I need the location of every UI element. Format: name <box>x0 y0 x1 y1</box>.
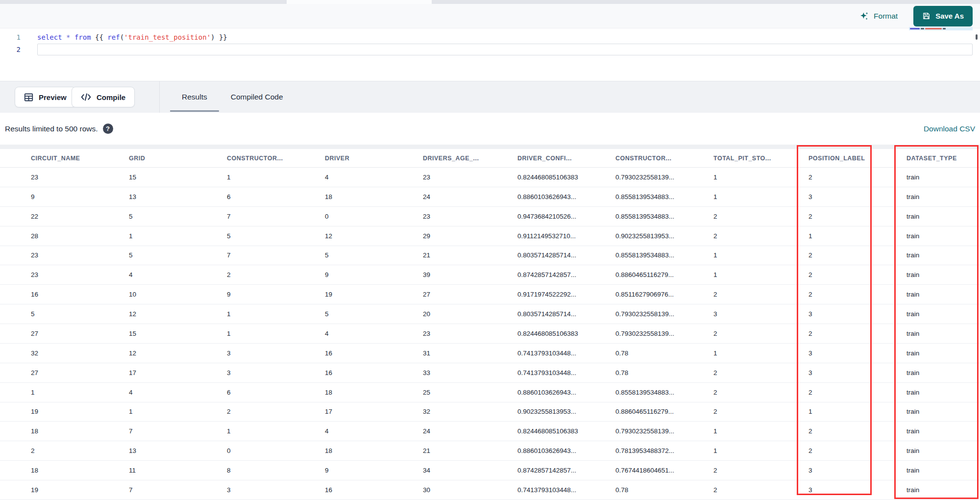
preview-label: Preview <box>39 93 67 101</box>
table-cell: 0.9023255813953... <box>609 232 707 240</box>
table-cell: 7 <box>220 213 318 220</box>
column-header: POSITION_LABEL <box>802 155 900 162</box>
table-cell: train <box>900 369 980 376</box>
table-cell: 2 <box>802 389 900 396</box>
active-file-tab[interactable] <box>287 0 432 4</box>
table-cell: 1 <box>122 232 220 240</box>
table-cell: 9 <box>220 291 318 298</box>
table-cell: 10 <box>122 291 220 298</box>
download-csv-link[interactable]: Download CSV <box>924 125 975 133</box>
table-cell: 12 <box>318 232 416 240</box>
code-line-2[interactable]: 2 <box>0 43 980 55</box>
results-info-bar: Results limited to 500 rows. ? Download … <box>0 113 980 145</box>
minimap-segment <box>921 28 924 29</box>
limit-notice: Results limited to 500 rows. <box>5 125 98 133</box>
table-cell: 0.8558139534883... <box>609 389 707 396</box>
table-cell: train <box>900 447 980 454</box>
table-cell: 1 <box>802 232 900 240</box>
editor-scrollbar[interactable] <box>976 34 978 40</box>
table-cell: 0.8558139534883... <box>609 213 707 220</box>
code-token: {{ <box>91 33 108 41</box>
table-cell: 0.78 <box>609 369 707 376</box>
table-cell: 32 <box>416 408 511 415</box>
table-cell: 1 <box>707 447 802 454</box>
help-icon[interactable]: ? <box>103 124 113 134</box>
code-token: ref <box>107 33 120 41</box>
table-cell: 19 <box>318 291 416 298</box>
table-cell: 5 <box>318 251 416 259</box>
sql-editor[interactable]: 1 select * from {{ ref('train_test_posit… <box>0 28 980 81</box>
table-cell: train <box>900 251 980 259</box>
table-cell: 18 <box>318 193 416 200</box>
table-cell: 5 <box>220 232 318 240</box>
table-cell: 4 <box>318 330 416 337</box>
table-cell: train <box>900 213 980 220</box>
table-row: 1610919270.9171974522292...0.85116279069… <box>0 285 980 304</box>
table-cell: train <box>900 291 980 298</box>
table-cell: 2 <box>24 447 122 454</box>
code-token: }} <box>215 33 227 41</box>
code-token <box>70 33 74 41</box>
table-cell: 3 <box>802 310 900 318</box>
table-cell: 0.8558139534883... <box>609 193 707 200</box>
minimap-line <box>909 27 973 30</box>
table-row: 181189340.8742857142857...0.767441860465… <box>0 461 980 480</box>
table-cell: 4 <box>122 271 220 278</box>
table-cell: 23 <box>24 174 122 181</box>
editor-minimap[interactable] <box>909 27 973 33</box>
table-row: 191217320.9023255813953...0.886046511627… <box>0 402 980 422</box>
table-cell: 6 <box>220 193 318 200</box>
table-cell: 3 <box>802 467 900 474</box>
tab-results[interactable]: Results <box>170 81 219 113</box>
tab-compiled-code[interactable]: Compiled Code <box>219 81 295 113</box>
table-cell: 21 <box>416 447 511 454</box>
table-cell: 13 <box>122 193 220 200</box>
table-cell: train <box>900 486 980 494</box>
code-token <box>62 33 66 41</box>
table-cell: 18 <box>318 389 416 396</box>
table-row: 23429390.8742857142857...0.8860465116279… <box>0 265 980 285</box>
table-cell: train <box>900 330 980 337</box>
format-button[interactable]: Format <box>859 11 898 21</box>
table-cell: train <box>900 350 980 357</box>
table-cell: 13 <box>122 447 220 454</box>
table-cell: 2 <box>802 251 900 259</box>
top-tab-strip <box>0 0 980 4</box>
table-cell: 3 <box>220 350 318 357</box>
table-cell: 1 <box>707 427 802 435</box>
cursor-line-box[interactable] <box>37 44 973 55</box>
line-number-2: 2 <box>0 46 21 53</box>
table-cell: 2 <box>802 213 900 220</box>
table-cell: 0.78 <box>609 350 707 357</box>
table-cell: 5 <box>318 310 416 318</box>
table-cell: 1 <box>707 251 802 259</box>
table-cell: 2 <box>802 174 900 181</box>
table-cell: 23 <box>416 174 511 181</box>
table-row: 231514230.8244680851063830.7930232558139… <box>0 168 980 187</box>
save-as-button[interactable]: Save As <box>913 6 973 26</box>
table-row: 281512290.9112149532710...0.902325581395… <box>0 226 980 246</box>
table-cell: 2 <box>220 408 318 415</box>
active-tab-underline <box>170 110 219 112</box>
table-cell: 30 <box>416 486 511 494</box>
table-cell: 2 <box>707 330 802 337</box>
table-cell: 34 <box>416 467 511 474</box>
table-cell: 5 <box>24 310 122 318</box>
table-cell: 5 <box>122 213 220 220</box>
compile-label: Compile <box>97 93 125 101</box>
table-cell: 1 <box>220 330 318 337</box>
table-cell: train <box>900 174 980 181</box>
compile-button[interactable]: Compile <box>72 87 135 107</box>
table-cell: 0.7930232558139... <box>609 174 707 181</box>
table-cell: 0.8860103626943... <box>511 193 609 200</box>
table-cell: 31 <box>416 350 511 357</box>
preview-button[interactable]: Preview <box>15 87 76 107</box>
table-cell: 9 <box>318 271 416 278</box>
table-cell: 1 <box>802 408 900 415</box>
code-line-1[interactable]: 1 select * from {{ ref('train_test_posit… <box>0 31 980 43</box>
table-cell: 2 <box>707 291 802 298</box>
table-top-strip <box>0 145 980 149</box>
results-toolbar: Preview Compile Results Compiled Code <box>0 81 980 113</box>
table-cell: 7 <box>122 486 220 494</box>
table-cell: 2 <box>707 486 802 494</box>
